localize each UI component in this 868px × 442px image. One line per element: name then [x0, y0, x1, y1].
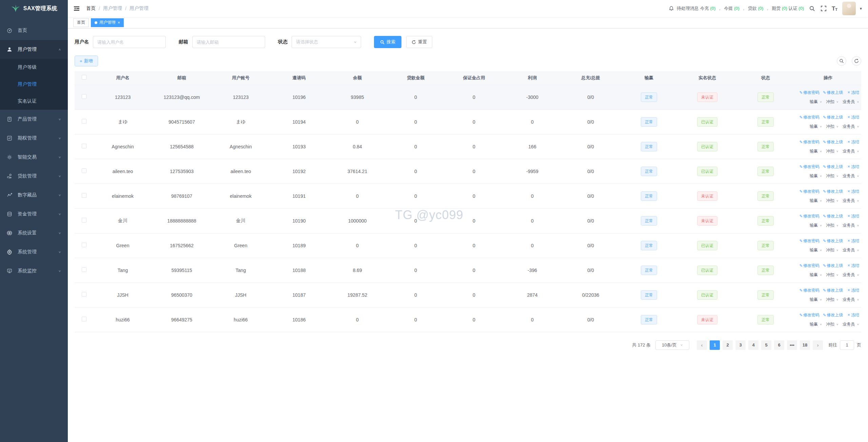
tab-首页[interactable]: 首页: [73, 18, 89, 27]
dropdown-业务员[interactable]: 业务员 ∨: [843, 272, 859, 277]
freeze-link[interactable]: × 冻结: [848, 263, 859, 268]
edit-superior-link[interactable]: ✎修改上级: [823, 90, 843, 95]
dropdown-冲扣[interactable]: 冲扣 ∨: [826, 198, 839, 203]
dropdown-业务员[interactable]: 业务员 ∨: [843, 173, 859, 178]
sidebar-item-贷款管理[interactable]: 贷款管理 ∨: [0, 167, 68, 186]
freeze-link[interactable]: × 冻结: [848, 164, 859, 169]
freeze-link[interactable]: × 冻结: [848, 115, 859, 120]
sidebar-item-系统管理[interactable]: 系统管理 ∨: [0, 243, 68, 261]
table-refresh-icon[interactable]: [852, 56, 861, 66]
dropdown-业务员[interactable]: 业务员 ∨: [843, 223, 859, 228]
row-checkbox[interactable]: [82, 292, 86, 297]
status-select[interactable]: 请选择状态 ∨: [292, 36, 361, 48]
row-checkbox[interactable]: [82, 267, 86, 272]
dropdown-输赢[interactable]: 输赢 ∨: [810, 149, 822, 153]
fullscreen-icon[interactable]: [820, 5, 827, 12]
dropdown-输赢[interactable]: 输赢 ∨: [810, 322, 822, 327]
row-checkbox[interactable]: [82, 243, 86, 247]
sidebar-item-数字藏品[interactable]: 数字藏品 ∨: [0, 186, 68, 205]
dropdown-冲扣[interactable]: 冲扣 ∨: [826, 173, 839, 178]
edit-superior-link[interactable]: ✎修改上级: [823, 313, 843, 317]
tab-用户管理[interactable]: 用户管理 ×: [91, 18, 124, 27]
breadcrumb-home[interactable]: 首页: [86, 5, 96, 12]
search-icon[interactable]: [809, 5, 815, 12]
freeze-link[interactable]: × 冻结: [848, 313, 859, 317]
dropdown-输赢[interactable]: 输赢 ∨: [810, 173, 822, 178]
edit-superior-link[interactable]: ✎修改上级: [823, 140, 843, 144]
dropdown-输赢[interactable]: 输赢 ∨: [810, 297, 822, 302]
edit-password-link[interactable]: ✎修改密码: [800, 140, 820, 144]
dropdown-业务员[interactable]: 业务员 ∨: [843, 297, 859, 302]
edit-password-link[interactable]: ✎修改密码: [800, 263, 820, 268]
edit-password-link[interactable]: ✎修改密码: [800, 238, 820, 243]
search-button[interactable]: 搜索: [374, 36, 401, 48]
dropdown-冲扣[interactable]: 冲扣 ∨: [826, 149, 839, 153]
edit-password-link[interactable]: ✎修改密码: [800, 313, 820, 317]
email-input[interactable]: [192, 36, 265, 48]
page-button-18[interactable]: 18: [800, 340, 810, 350]
sidebar-item-期权管理[interactable]: 期权管理 ∨: [0, 129, 68, 148]
freeze-link[interactable]: × 冻结: [848, 90, 859, 95]
row-checkbox[interactable]: [82, 168, 86, 173]
sidebar-subitem-用户等级[interactable]: 用户等级: [0, 59, 68, 76]
dropdown-冲扣[interactable]: 冲扣 ∨: [826, 272, 839, 277]
dropdown-输赢[interactable]: 输赢 ∨: [810, 99, 822, 104]
dropdown-业务员[interactable]: 业务员 ∨: [843, 149, 859, 153]
edit-superior-link[interactable]: ✎修改上级: [823, 164, 843, 169]
username-input[interactable]: [93, 36, 166, 48]
row-checkbox[interactable]: [82, 94, 86, 99]
page-button-1[interactable]: 1: [710, 340, 720, 350]
sidebar-item-首页[interactable]: 首页: [0, 21, 68, 40]
edit-superior-link[interactable]: ✎修改上级: [823, 288, 843, 293]
row-checkbox[interactable]: [82, 317, 86, 321]
sidebar-item-智能交易[interactable]: 智能交易 ∨: [0, 148, 68, 167]
reset-button[interactable]: 重置: [406, 36, 432, 48]
dropdown-业务员[interactable]: 业务员 ∨: [843, 198, 859, 203]
sidebar-subitem-实名认证[interactable]: 实名认证: [0, 93, 68, 110]
edit-password-link[interactable]: ✎修改密码: [800, 214, 820, 218]
dropdown-输赢[interactable]: 输赢 ∨: [810, 198, 822, 203]
edit-superior-link[interactable]: ✎修改上级: [823, 189, 843, 194]
sidebar-item-系统设置[interactable]: 系统设置 ∨: [0, 224, 68, 243]
edit-superior-link[interactable]: ✎修改上级: [823, 238, 843, 243]
freeze-link[interactable]: × 冻结: [848, 238, 859, 243]
edit-superior-link[interactable]: ✎修改上级: [823, 115, 843, 120]
row-checkbox[interactable]: [82, 193, 86, 198]
freeze-link[interactable]: × 冻结: [848, 214, 859, 218]
user-avatar[interactable]: [842, 2, 856, 15]
edit-password-link[interactable]: ✎修改密码: [800, 189, 820, 194]
dropdown-冲扣[interactable]: 冲扣 ∨: [826, 223, 839, 228]
select-all-checkbox[interactable]: [82, 75, 86, 80]
dropdown-输赢[interactable]: 输赢 ∨: [810, 124, 822, 129]
sidebar-item-资金管理[interactable]: 资金管理 ∨: [0, 205, 68, 224]
row-checkbox[interactable]: [82, 144, 86, 148]
page-size-select[interactable]: 10条/页 ∨: [655, 340, 689, 350]
page-button-4[interactable]: 4: [748, 340, 758, 350]
edit-password-link[interactable]: ✎修改密码: [800, 115, 820, 120]
close-icon[interactable]: ×: [118, 20, 120, 25]
dropdown-冲扣[interactable]: 冲扣 ∨: [826, 297, 839, 302]
edit-superior-link[interactable]: ✎修改上级: [823, 263, 843, 268]
prev-page-button[interactable]: ‹: [697, 340, 707, 350]
sidebar-subitem-用户管理[interactable]: 用户管理: [0, 76, 68, 93]
page-button-5[interactable]: 5: [761, 340, 771, 350]
freeze-link[interactable]: × 冻结: [848, 189, 859, 194]
dropdown-业务员[interactable]: 业务员 ∨: [843, 124, 859, 129]
next-page-button[interactable]: ›: [813, 340, 823, 350]
page-button-3[interactable]: 3: [735, 340, 746, 350]
sidebar-item-系统监控[interactable]: 系统监控 ∨: [0, 261, 68, 280]
dropdown-冲扣[interactable]: 冲扣 ∨: [826, 322, 839, 327]
dropdown-冲扣[interactable]: 冲扣 ∨: [826, 99, 839, 104]
edit-password-link[interactable]: ✎修改密码: [800, 90, 820, 95]
bell-icon[interactable]: [669, 6, 674, 11]
row-checkbox[interactable]: [82, 218, 86, 223]
dropdown-业务员[interactable]: 业务员 ∨: [843, 322, 859, 327]
dropdown-冲扣[interactable]: 冲扣 ∨: [826, 248, 839, 252]
freeze-link[interactable]: × 冻结: [848, 288, 859, 293]
edit-password-link[interactable]: ✎修改密码: [800, 288, 820, 293]
collapse-sidebar-icon[interactable]: [73, 5, 80, 12]
sidebar-item-产品管理[interactable]: 产品管理 ∨: [0, 110, 68, 129]
dropdown-冲扣[interactable]: 冲扣 ∨: [826, 124, 839, 129]
dropdown-输赢[interactable]: 输赢 ∨: [810, 223, 822, 228]
font-size-icon[interactable]: TT: [832, 6, 837, 12]
